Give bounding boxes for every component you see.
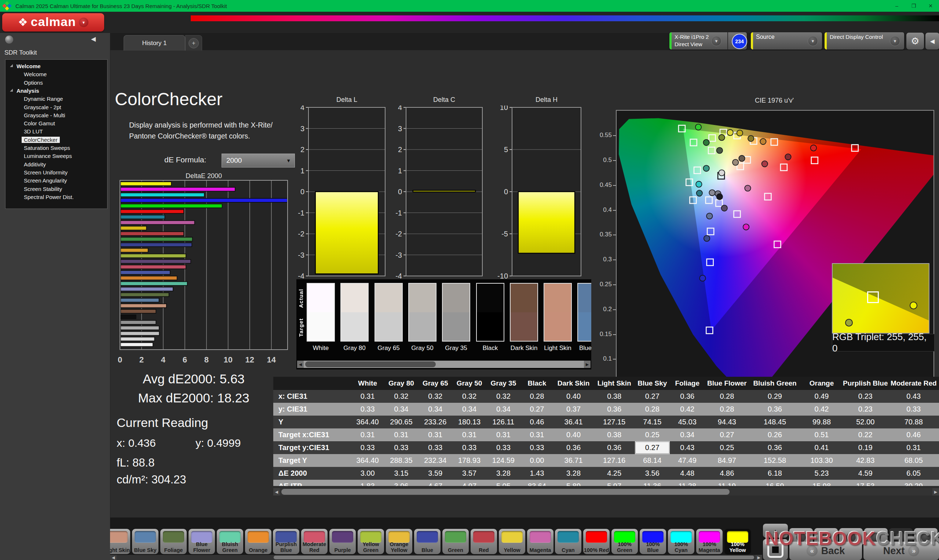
patch-button-light-skin[interactable]: Light Skin xyxy=(110,529,130,554)
patch-button-blue-flower[interactable]: BlueFlower xyxy=(188,529,215,554)
sidebar-item-grayscale-2pt[interactable]: Grayscale - 2pt xyxy=(6,104,106,112)
chevron-down-icon[interactable]: ▼ xyxy=(890,36,900,46)
stop-button[interactable] xyxy=(763,539,788,560)
sidebar-item-saturation-sweeps[interactable]: Saturation Sweeps xyxy=(6,145,106,152)
patch-button-purplish-blue[interactable]: PurplishBlue xyxy=(273,529,299,554)
sidebar-item-colorchecker[interactable]: ColorChecker xyxy=(6,136,106,145)
patch-button-cyan[interactable]: Cyan xyxy=(555,529,581,554)
patch-button-foliage[interactable]: Foliage xyxy=(160,529,187,554)
patch-button-magenta[interactable]: Magenta xyxy=(527,529,554,554)
sidebar-item-welcome[interactable]: Welcome xyxy=(6,63,106,71)
svg-text:-2: -2 xyxy=(298,230,304,238)
patch-button-green[interactable]: Green xyxy=(443,529,469,554)
workflow-tree: WelcomeWelcomeOptionsAnalysisDynamic Ran… xyxy=(5,59,108,209)
close-icon[interactable]: ✕ xyxy=(922,0,939,12)
sidebar-item-dynamic-range[interactable]: Dynamic Range xyxy=(6,95,106,103)
table-cell: 0.33 xyxy=(384,441,418,454)
patch-button-label: BluishGreen xyxy=(217,542,243,553)
swatch-name: Light Skin xyxy=(540,345,575,352)
de-formula-select[interactable]: 2000 ▼ xyxy=(222,154,295,168)
calman-logo[interactable]: ❖ calman ▼ xyxy=(2,13,104,32)
maximize-icon[interactable]: ❒ xyxy=(905,0,922,12)
patch-button-bluish-green[interactable]: BluishGreen xyxy=(217,529,243,554)
table-cell-editing[interactable]: 0.27 xyxy=(635,441,670,454)
sidebar-collapse-icon[interactable]: ◀ xyxy=(91,35,96,43)
table-cell: 0.27 xyxy=(635,390,670,403)
sidebar-item-screen-stability[interactable]: Screen Stability xyxy=(6,185,106,194)
table-row-label: Target Y xyxy=(273,454,351,467)
patch-button-100-yellow[interactable]: 100%Yellow xyxy=(725,529,751,554)
cie-y-tick: 0.35 xyxy=(585,231,612,238)
table-cell: 0.33 xyxy=(486,441,521,454)
svg-text:10: 10 xyxy=(224,355,233,364)
meter-dropdown[interactable]: X-Rite i1Pro 2 Direct View ▼ 234 xyxy=(669,32,747,50)
patch-button-blue[interactable]: Blue xyxy=(414,529,441,554)
sidebar-item-additivity[interactable]: Additivity xyxy=(6,161,106,169)
patch-button-100-magenta[interactable]: 100%Magenta xyxy=(696,529,723,554)
add-tab-button[interactable]: + xyxy=(185,35,202,51)
back-button[interactable]: « Back xyxy=(789,542,862,560)
sidebar-sphere-button[interactable] xyxy=(5,35,13,44)
patch-button-orange-yellow[interactable]: OrangeYellow xyxy=(386,529,412,554)
sidebar-item-analysis[interactable]: Analysis xyxy=(6,87,106,95)
expand-up-button[interactable]: ▲ xyxy=(763,524,788,538)
svg-text:12: 12 xyxy=(245,355,254,364)
scroll-left-icon[interactable]: ◀ xyxy=(297,361,304,368)
sidebar-item-grayscale-multi[interactable]: Grayscale - Multi xyxy=(6,112,106,120)
chevron-down-icon[interactable]: ▼ xyxy=(808,36,818,46)
patch-button-yellow[interactable]: Yellow xyxy=(499,529,525,554)
sidebar-item-3d-lut[interactable]: 3D LUT xyxy=(6,128,106,136)
table-cell: 0.22 xyxy=(842,428,888,441)
sidebar-item-color-gamut[interactable]: Color Gamut xyxy=(6,120,106,128)
sidebar-item-welcome[interactable]: Welcome xyxy=(6,71,106,79)
display-control-dropdown[interactable]: Direct Display Control ▼ xyxy=(824,32,905,50)
patch-bar-scrollbar[interactable]: ◀ ▶ xyxy=(110,555,762,560)
collapse-left-icon: ◀ xyxy=(930,38,934,45)
scrollbar-thumb[interactable] xyxy=(305,362,436,367)
table-row: y: CIE310.330.340.340.340.340.270.370.36… xyxy=(273,403,939,415)
patch-button-moderate-red[interactable]: ModerateRed xyxy=(301,529,328,554)
sidebar-item-screen-uniformity[interactable]: Screen Uniformity xyxy=(6,169,106,177)
swatch-target xyxy=(578,312,591,341)
patch-button-100-red[interactable]: 100% Red xyxy=(583,529,610,554)
sidebar-item-screen-angularity[interactable]: Screen Angularity xyxy=(6,177,106,185)
source-dropdown[interactable]: Source ▼ xyxy=(751,32,822,50)
patch-button-label: 100%Magenta xyxy=(696,542,723,553)
patch-button-100-blue[interactable]: 100%Blue xyxy=(640,529,666,554)
scroll-left-icon[interactable]: ◀ xyxy=(110,555,117,560)
sidebar-item-luminance-sweeps[interactable]: Luminance Sweeps xyxy=(6,152,106,160)
swatch-strip-scrollbar[interactable]: ◀ ▶ xyxy=(297,361,591,368)
scroll-right-icon[interactable]: ▶ xyxy=(756,555,762,560)
sidebar-item-spectral-power-dist-[interactable]: Spectral Power Dist. xyxy=(6,194,106,202)
scrollbar-thumb[interactable] xyxy=(274,555,754,559)
brand-band: ❖ calman ▼ xyxy=(0,12,939,33)
tab-history-1[interactable]: History 1 xyxy=(123,35,185,51)
patch-button-orange[interactable]: Orange xyxy=(245,529,271,554)
patch-button-100-cyan[interactable]: 100%Cyan xyxy=(668,529,694,554)
scroll-left-icon[interactable]: ◀ xyxy=(273,488,280,495)
table-cell: 1.43 xyxy=(521,467,553,480)
svg-text:3: 3 xyxy=(301,125,304,133)
next-button[interactable]: Next » xyxy=(863,542,939,560)
minimize-icon[interactable]: – xyxy=(888,0,905,12)
sidebar-item-options[interactable]: Options xyxy=(6,79,106,87)
patch-button-100-green[interactable]: 100%Green xyxy=(611,529,638,554)
expand-triangle-icon[interactable] xyxy=(10,89,13,92)
patch-button-yellow-green[interactable]: YellowGreen xyxy=(358,529,384,554)
scrollbar-thumb[interactable] xyxy=(281,489,729,495)
scroll-right-icon[interactable]: ▶ xyxy=(933,488,939,495)
scroll-right-icon[interactable]: ▶ xyxy=(584,361,591,368)
patch-button-blue-sky[interactable]: Blue Sky xyxy=(132,529,159,554)
meter-count-badge[interactable]: 234 xyxy=(732,34,747,49)
table-cell: 68.05 xyxy=(888,454,939,467)
logo-menu-caret-icon[interactable]: ▼ xyxy=(79,18,88,27)
patch-button-label: Yellow xyxy=(499,548,525,554)
settings-button[interactable]: ⚙ xyxy=(906,32,924,50)
title-bar: Calman 2025 Calman Ultimate for Business… xyxy=(0,0,939,12)
patch-button-red[interactable]: Red xyxy=(470,529,497,554)
table-scrollbar[interactable]: ◀ ▶ xyxy=(273,488,939,495)
chevron-down-icon[interactable]: ▼ xyxy=(711,36,722,46)
panel-collapse-button[interactable]: ◀ xyxy=(925,32,939,50)
expand-triangle-icon[interactable] xyxy=(10,64,13,67)
patch-button-purple[interactable]: Purple xyxy=(329,529,356,554)
